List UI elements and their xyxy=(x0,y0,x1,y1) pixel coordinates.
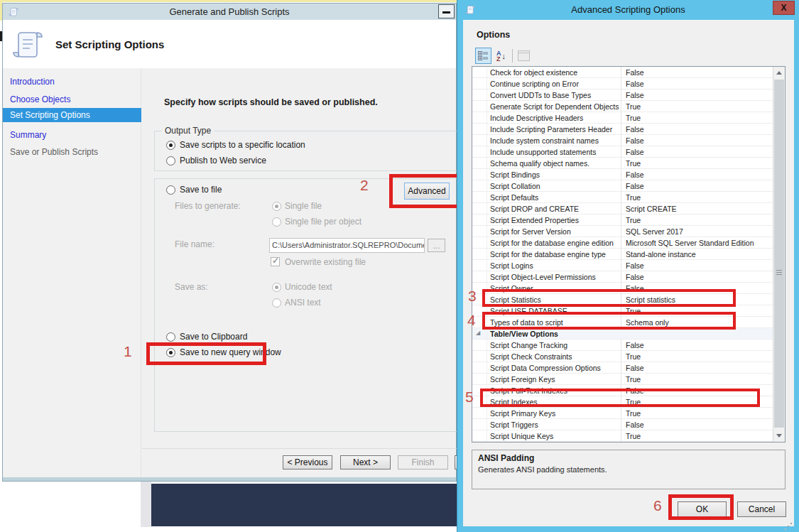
previous-button[interactable]: < Previous xyxy=(283,455,332,469)
property-pages-icon xyxy=(518,50,530,61)
toolbar-separator xyxy=(512,49,513,63)
property-row[interactable]: Check for object existence False xyxy=(472,67,773,78)
property-name: Script Collation xyxy=(487,180,621,191)
property-name: Schema qualify object names. xyxy=(487,158,621,168)
property-row[interactable]: Script Unique Keys True xyxy=(472,430,773,442)
property-row[interactable]: Script Extended Properties True xyxy=(472,215,773,226)
annotation-box-6 xyxy=(668,494,734,520)
property-row[interactable]: Script Data Compression Options False xyxy=(472,362,773,374)
alphabetical-sort-button[interactable]: AZ ↓ xyxy=(493,48,509,64)
property-name: Script Foreign Keys xyxy=(487,374,621,384)
property-row[interactable]: Script Bindings False xyxy=(472,169,773,180)
property-value[interactable]: False xyxy=(621,78,773,89)
property-name: Continue scripting on Error xyxy=(487,78,621,89)
sidebar-item-set-scripting-options[interactable]: Set Scripting Options xyxy=(3,108,141,122)
property-value[interactable]: False xyxy=(621,146,773,157)
annotation-box-3 xyxy=(482,289,736,307)
property-row[interactable]: Script Defaults True xyxy=(472,192,773,203)
scroll-down-button[interactable] xyxy=(773,430,785,442)
property-value[interactable]: True xyxy=(621,112,773,123)
row-margin xyxy=(472,78,487,89)
file-name-label: File name: xyxy=(175,239,214,249)
property-value[interactable]: Stand-alone instance xyxy=(621,249,773,259)
property-value[interactable]: Microsoft SQL Server Standard Edition xyxy=(621,237,773,248)
radio-save-to-clipboard[interactable] xyxy=(166,332,175,342)
radio-publish-web-service[interactable] xyxy=(166,156,175,165)
property-row[interactable]: Generate Script for Dependent Objects Tr… xyxy=(472,101,773,112)
property-row[interactable]: Script Primary Keys True xyxy=(472,408,773,419)
advanced-scripting-options-dialog: Advanced Scripting Options X Options AZ … xyxy=(457,0,799,532)
property-value[interactable]: False xyxy=(621,89,773,100)
scroll-up-button[interactable] xyxy=(773,67,785,79)
property-value[interactable]: True xyxy=(621,192,773,202)
grid-scrollbar[interactable] xyxy=(773,67,785,442)
property-grid-rows: Check for object existence False Continu… xyxy=(472,67,773,442)
radio-save-specific-location[interactable] xyxy=(166,141,175,150)
close-button[interactable]: X xyxy=(773,1,795,15)
property-row[interactable]: Continue scripting on Error False xyxy=(472,78,773,89)
cancel-button[interactable]: Cancel xyxy=(737,501,786,517)
property-value[interactable]: False xyxy=(621,180,773,191)
property-row[interactable]: Schema qualify object names. True xyxy=(472,158,773,169)
property-row[interactable]: Include system constraint names False xyxy=(472,135,773,146)
property-value[interactable]: False xyxy=(621,169,773,180)
az-sort-icon: AZ ↓ xyxy=(496,50,506,62)
property-value[interactable]: False xyxy=(621,260,773,271)
scrollbar-thumb[interactable] xyxy=(774,80,784,428)
page-title: Set Scripting Options xyxy=(55,38,164,50)
property-row[interactable]: Script for Server Version SQL Server 201… xyxy=(472,226,773,237)
sidebar-item-summary[interactable]: Summary xyxy=(10,130,46,140)
sidebar-item-choose-objects[interactable]: Choose Objects xyxy=(10,94,70,104)
property-value[interactable]: False xyxy=(621,67,773,77)
radio-save-to-clipboard-label[interactable]: Save to Clipboard xyxy=(180,332,247,342)
row-margin xyxy=(472,101,487,112)
categorized-view-button[interactable] xyxy=(475,48,491,64)
property-row[interactable]: Script Object-Level Permissions False xyxy=(472,271,773,283)
property-value[interactable]: True xyxy=(621,215,773,225)
property-row[interactable]: Script Triggers False xyxy=(472,419,773,430)
property-row[interactable]: Script for the database engine edition M… xyxy=(472,237,773,249)
property-row[interactable]: Script Change Tracking False xyxy=(472,340,773,351)
radio-single-file-label: Single file xyxy=(285,201,322,211)
minimize-button[interactable] xyxy=(438,4,455,18)
selected-property-name: ANSI Padding xyxy=(478,453,534,463)
radio-save-to-file-label[interactable]: Save to file xyxy=(180,185,222,195)
property-value[interactable]: True xyxy=(621,374,773,384)
property-row[interactable]: Include Descriptive Headers True xyxy=(472,112,773,124)
property-row[interactable]: Script Check Constraints True xyxy=(472,351,773,362)
property-row[interactable]: Script Collation False xyxy=(472,180,773,192)
property-value[interactable]: False xyxy=(621,419,773,430)
property-value[interactable]: SQL Server 2017 xyxy=(621,226,773,237)
property-value[interactable]: True xyxy=(621,430,773,441)
property-value[interactable]: False xyxy=(621,135,773,146)
check-icon: ✓ xyxy=(272,256,279,266)
radio-save-specific-location-label[interactable]: Save scripts to a specific location xyxy=(180,140,305,150)
sidebar-item-introduction[interactable]: Introduction xyxy=(10,77,55,87)
property-value[interactable]: True xyxy=(621,351,773,362)
property-value[interactable]: False xyxy=(621,340,773,350)
property-value[interactable]: False xyxy=(621,271,773,282)
row-margin xyxy=(472,430,487,441)
radio-unicode-text-label: Unicode text xyxy=(285,282,332,292)
property-row[interactable]: Include unsupported statements False xyxy=(472,146,773,158)
property-row[interactable]: Table/View Options xyxy=(472,328,773,340)
property-value[interactable]: True xyxy=(621,101,773,112)
resize-grip[interactable] xyxy=(790,523,792,524)
property-value[interactable]: False xyxy=(621,362,773,373)
property-row[interactable]: Include Scripting Parameters Header Fals… xyxy=(472,124,773,135)
next-button[interactable]: Next > xyxy=(340,455,391,469)
property-row[interactable]: Script DROP and CREATE Script CREATE xyxy=(472,203,773,215)
property-row[interactable]: Script Logins False xyxy=(472,260,773,271)
property-value[interactable]: True xyxy=(621,158,773,168)
property-value[interactable]: False xyxy=(621,124,773,134)
property-row[interactable]: Convert UDDTs to Base Types False xyxy=(472,89,773,101)
property-value[interactable]: True xyxy=(621,408,773,418)
radio-publish-web-service-label[interactable]: Publish to Web service xyxy=(180,156,266,165)
property-row[interactable]: Script for the database engine type Stan… xyxy=(472,249,773,260)
radio-save-to-file[interactable] xyxy=(166,185,175,195)
radio-single-file-per-object xyxy=(272,217,281,227)
annotation-box-2 xyxy=(389,174,457,208)
row-margin xyxy=(472,340,487,350)
property-value[interactable]: Script CREATE xyxy=(621,203,773,214)
property-row[interactable]: Script Foreign Keys True xyxy=(472,374,773,385)
